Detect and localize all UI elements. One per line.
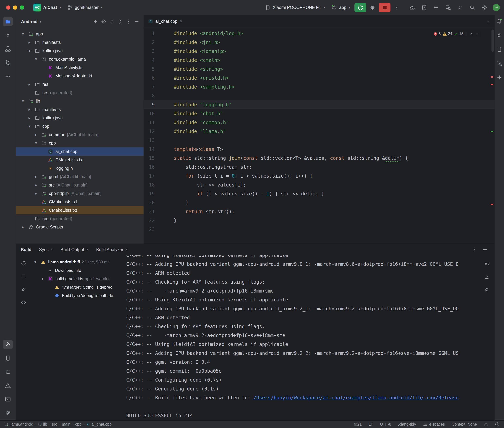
settings-button[interactable] [480,3,489,12]
expand-all-button[interactable] [108,18,116,25]
chevron-collapsed-icon[interactable]: ▸ [33,191,39,196]
user-avatar[interactable] [492,3,501,12]
line-number[interactable]: 23 [144,225,159,234]
app-inspection-tool-button[interactable] [495,60,503,67]
stop-build-button[interactable] [19,272,28,281]
editor-tab-ai-chat-cpp[interactable]: C ai_chat.cpp × [144,15,187,28]
tree-item-cpp[interactable]: ▾cpp [16,122,144,131]
build-tab-sync[interactable]: Sync× [39,247,53,252]
editor-tab-options-button[interactable] [485,17,495,26]
tree-item-mainactivity-kt[interactable]: MainActivity.kt [16,63,144,72]
profiler-button[interactable] [408,3,417,12]
line-number[interactable]: 1 [144,29,159,38]
code-line-21[interactable]: 21 return str.str(); [144,207,495,216]
code-line-9[interactable]: 9#include "logging.h" [144,100,495,109]
breadcrumb-cpp[interactable]: cpp [75,422,81,427]
build-console[interactable]: C/C++: -- Using KleidiAI optimized kerne… [126,255,495,420]
chevron-expanded-icon[interactable]: ▾ [20,99,26,103]
code-line-16[interactable]: 16 std::ostringstream str; [144,163,495,172]
line-number[interactable]: 21 [144,207,159,216]
code-line-23[interactable]: 23 [144,225,495,234]
assistant-tool-button[interactable] [495,74,503,81]
chevron-expanded-icon[interactable]: ▾ [33,57,39,61]
code-line-20[interactable]: 20 } [144,198,495,207]
tree-item-gradle-scripts[interactable]: ▸Gradle Scripts [16,223,144,231]
line-number[interactable]: 15 [144,154,159,163]
close-tab-icon[interactable]: × [86,247,89,252]
line-number[interactable]: 2 [144,38,159,47]
todo-button[interactable] [432,3,441,12]
error-count-item[interactable]: 3 [433,32,441,36]
tree-item-ggml[interactable]: ▸ggml[AiChat.lib.main] [16,173,144,181]
problems-tool-button[interactable] [3,381,13,390]
line-number[interactable]: 22 [144,216,159,225]
build-tree-item-download-info[interactable]: Download info [31,266,126,275]
hide-build-panel-button[interactable] [480,245,490,254]
build-panel-options-button[interactable] [470,245,479,254]
project-view-mode[interactable]: Android [21,19,38,24]
line-number[interactable]: 9 [144,100,159,109]
build-tree-item-llama-android-fi[interactable]: ▾llama.android: fi22 sec, 583 ms [31,258,126,266]
locate-file-button[interactable] [100,18,108,25]
build-tree-item-jvmtarget-string-is-deprec[interactable]: 'jvmTarget: String' is deprec [31,283,126,291]
code-line-18[interactable]: 18 str << values[i]; [144,181,495,189]
code-line-12[interactable]: 12#include "llama.h" [144,127,495,136]
chevron-expanded-icon[interactable]: ▾ [33,141,39,145]
passed-count-item[interactable]: 15 [454,32,463,36]
tree-item-kotlin-java[interactable]: ▾kotlin+java [16,47,144,55]
encoding-widget[interactable]: UTF-8 [380,422,391,427]
chevron-collapsed-icon[interactable]: ▸ [33,183,39,187]
caret-position-widget[interactable]: 9:21 [354,422,362,427]
code-line-10[interactable]: 10#include "chat.h" [144,109,495,118]
tree-item-app[interactable]: ▾app [16,30,144,38]
code-area[interactable]: 1#include <android/log.h>2#include <jni.… [144,28,495,244]
build-tab-build-analyzer[interactable]: Build Analyzer× [96,247,128,252]
line-number[interactable]: 11 [144,118,159,127]
running-devices-tool-button[interactable] [495,46,503,53]
chevron-collapsed-icon[interactable]: ▸ [33,132,39,137]
hide-panel-button[interactable] [133,18,140,25]
tree-item-cpp[interactable]: ▾cpp [16,139,144,147]
line-number[interactable]: 10 [144,109,159,118]
build-tab-build[interactable]: Build [21,247,32,252]
scroll-to-end-button[interactable] [482,272,491,281]
line-number[interactable]: 16 [144,163,159,172]
tree-item-cmakelists-txt[interactable]: CMakeLists.txt [16,198,144,206]
clang-tidy-widget[interactable]: .clang-tidy [398,422,416,427]
tree-item-manifests[interactable]: ▸manifests [16,38,144,47]
readonly-toggle[interactable] [484,422,488,427]
notifications-indicator[interactable] [495,422,500,427]
code-line-2[interactable]: 2#include <jni.h> [144,38,495,47]
line-number[interactable]: 3 [144,47,159,56]
code-line-5[interactable]: 5#include <string> [144,65,495,74]
run-button[interactable] [354,3,366,12]
editor-scrollbar[interactable] [491,29,494,52]
tree-item-cpp-httplib[interactable]: ▸cpp-httplib[AiChat.lib.main] [16,189,144,198]
editor-body[interactable]: 1#include <android/log.h>2#include <jni.… [144,28,495,244]
code-line-7[interactable]: 7#include <sampling.h> [144,82,495,91]
chevron-collapsed-icon[interactable]: ▸ [26,40,32,45]
chevron-expanded-icon[interactable]: ▾ [26,49,32,53]
soft-wrap-button[interactable] [482,259,491,268]
notifications-button[interactable] [495,17,503,25]
warning-count-item[interactable]: 24 [443,32,452,36]
toggle-view-button[interactable] [19,298,28,307]
code-line-17[interactable]: 17 for (size_t i = 0; i < values.size();… [144,172,495,181]
tree-item-ai-chat-cpp[interactable]: Cai_chat.cpp [16,147,144,156]
code-line-6[interactable]: 6#include <unistd.h> [144,74,495,82]
gradle-tool-button[interactable] [495,32,503,39]
line-number[interactable]: 5 [144,65,159,74]
app-inspection-button[interactable] [444,3,453,12]
breadcrumb-src[interactable]: src [52,422,57,427]
project-tool-button[interactable] [3,17,13,26]
tree-item-kotlin-java[interactable]: ▸kotlin+java [16,114,144,122]
build-tree-item-build-gradle-kts[interactable]: ▾build.gradle.ktsapp 1 warning [31,275,126,283]
chevron-collapsed-icon[interactable]: ▸ [33,174,39,179]
line-number[interactable]: 17 [144,172,159,181]
line-ending-widget[interactable]: LF [368,422,373,427]
pin-tab-button[interactable] [19,285,28,294]
build-tool-button[interactable] [3,340,13,349]
vcs-branch-widget[interactable]: ggml-master ▾ [65,4,105,11]
gradle-sync-button[interactable] [456,3,465,12]
line-number[interactable]: 20 [144,198,159,207]
